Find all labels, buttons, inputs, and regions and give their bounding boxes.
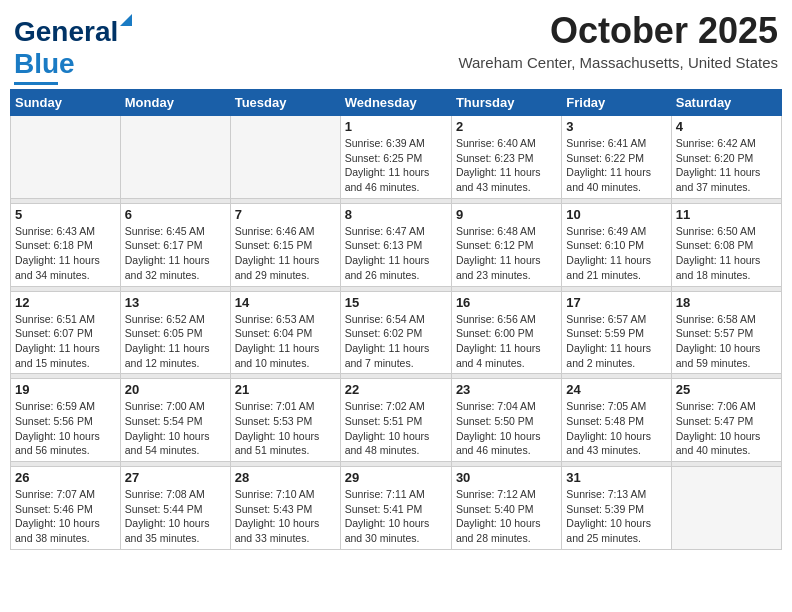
day-info: Sunrise: 6:48 AMSunset: 6:12 PMDaylight:… xyxy=(456,224,557,283)
day-info: Sunrise: 6:57 AMSunset: 5:59 PMDaylight:… xyxy=(566,312,666,371)
page-header: General Blue October 2025 Wareham Center… xyxy=(10,10,782,85)
table-row: 23Sunrise: 7:04 AMSunset: 5:50 PMDayligh… xyxy=(451,379,561,462)
table-row: 3Sunrise: 6:41 AMSunset: 6:22 PMDaylight… xyxy=(562,116,671,199)
calendar-week-row: 1Sunrise: 6:39 AMSunset: 6:25 PMDaylight… xyxy=(11,116,782,199)
table-row: 17Sunrise: 6:57 AMSunset: 5:59 PMDayligh… xyxy=(562,291,671,374)
calendar-table: Sunday Monday Tuesday Wednesday Thursday… xyxy=(10,89,782,550)
day-number: 26 xyxy=(15,470,116,485)
day-number: 29 xyxy=(345,470,447,485)
title-section: October 2025 Wareham Center, Massachuset… xyxy=(458,10,778,71)
calendar-week-row: 26Sunrise: 7:07 AMSunset: 5:46 PMDayligh… xyxy=(11,467,782,550)
table-row: 27Sunrise: 7:08 AMSunset: 5:44 PMDayligh… xyxy=(120,467,230,550)
day-info: Sunrise: 7:05 AMSunset: 5:48 PMDaylight:… xyxy=(566,399,666,458)
table-row xyxy=(11,116,121,199)
table-row: 6Sunrise: 6:45 AMSunset: 6:17 PMDaylight… xyxy=(120,203,230,286)
table-row: 7Sunrise: 6:46 AMSunset: 6:15 PMDaylight… xyxy=(230,203,340,286)
day-info: Sunrise: 6:51 AMSunset: 6:07 PMDaylight:… xyxy=(15,312,116,371)
day-info: Sunrise: 6:50 AMSunset: 6:08 PMDaylight:… xyxy=(676,224,777,283)
day-info: Sunrise: 6:49 AMSunset: 6:10 PMDaylight:… xyxy=(566,224,666,283)
day-info: Sunrise: 7:00 AMSunset: 5:54 PMDaylight:… xyxy=(125,399,226,458)
day-number: 31 xyxy=(566,470,666,485)
table-row: 22Sunrise: 7:02 AMSunset: 5:51 PMDayligh… xyxy=(340,379,451,462)
day-number: 22 xyxy=(345,382,447,397)
logo-general-text: General xyxy=(14,16,118,47)
calendar-week-row: 12Sunrise: 6:51 AMSunset: 6:07 PMDayligh… xyxy=(11,291,782,374)
day-info: Sunrise: 7:06 AMSunset: 5:47 PMDaylight:… xyxy=(676,399,777,458)
table-row: 25Sunrise: 7:06 AMSunset: 5:47 PMDayligh… xyxy=(671,379,781,462)
col-monday: Monday xyxy=(120,90,230,116)
col-thursday: Thursday xyxy=(451,90,561,116)
col-friday: Friday xyxy=(562,90,671,116)
day-number: 6 xyxy=(125,207,226,222)
table-row: 29Sunrise: 7:11 AMSunset: 5:41 PMDayligh… xyxy=(340,467,451,550)
table-row: 4Sunrise: 6:42 AMSunset: 6:20 PMDaylight… xyxy=(671,116,781,199)
table-row xyxy=(230,116,340,199)
day-info: Sunrise: 7:12 AMSunset: 5:40 PMDaylight:… xyxy=(456,487,557,546)
day-number: 20 xyxy=(125,382,226,397)
table-row: 28Sunrise: 7:10 AMSunset: 5:43 PMDayligh… xyxy=(230,467,340,550)
day-info: Sunrise: 6:43 AMSunset: 6:18 PMDaylight:… xyxy=(15,224,116,283)
table-row: 14Sunrise: 6:53 AMSunset: 6:04 PMDayligh… xyxy=(230,291,340,374)
table-row: 16Sunrise: 6:56 AMSunset: 6:00 PMDayligh… xyxy=(451,291,561,374)
col-wednesday: Wednesday xyxy=(340,90,451,116)
table-row: 12Sunrise: 6:51 AMSunset: 6:07 PMDayligh… xyxy=(11,291,121,374)
day-info: Sunrise: 6:40 AMSunset: 6:23 PMDaylight:… xyxy=(456,136,557,195)
calendar-header-row: Sunday Monday Tuesday Wednesday Thursday… xyxy=(11,90,782,116)
day-number: 14 xyxy=(235,295,336,310)
calendar-week-row: 19Sunrise: 6:59 AMSunset: 5:56 PMDayligh… xyxy=(11,379,782,462)
col-saturday: Saturday xyxy=(671,90,781,116)
day-info: Sunrise: 6:42 AMSunset: 6:20 PMDaylight:… xyxy=(676,136,777,195)
day-number: 28 xyxy=(235,470,336,485)
table-row: 18Sunrise: 6:58 AMSunset: 5:57 PMDayligh… xyxy=(671,291,781,374)
table-row xyxy=(671,467,781,550)
table-row: 1Sunrise: 6:39 AMSunset: 6:25 PMDaylight… xyxy=(340,116,451,199)
day-number: 12 xyxy=(15,295,116,310)
logo-underline xyxy=(14,82,58,85)
day-info: Sunrise: 6:45 AMSunset: 6:17 PMDaylight:… xyxy=(125,224,226,283)
day-info: Sunrise: 6:59 AMSunset: 5:56 PMDaylight:… xyxy=(15,399,116,458)
day-info: Sunrise: 6:54 AMSunset: 6:02 PMDaylight:… xyxy=(345,312,447,371)
table-row: 13Sunrise: 6:52 AMSunset: 6:05 PMDayligh… xyxy=(120,291,230,374)
day-number: 4 xyxy=(676,119,777,134)
col-tuesday: Tuesday xyxy=(230,90,340,116)
day-info: Sunrise: 6:58 AMSunset: 5:57 PMDaylight:… xyxy=(676,312,777,371)
day-number: 15 xyxy=(345,295,447,310)
day-number: 13 xyxy=(125,295,226,310)
day-info: Sunrise: 6:39 AMSunset: 6:25 PMDaylight:… xyxy=(345,136,447,195)
table-row: 30Sunrise: 7:12 AMSunset: 5:40 PMDayligh… xyxy=(451,467,561,550)
table-row: 5Sunrise: 6:43 AMSunset: 6:18 PMDaylight… xyxy=(11,203,121,286)
day-number: 23 xyxy=(456,382,557,397)
table-row xyxy=(120,116,230,199)
day-number: 1 xyxy=(345,119,447,134)
day-number: 8 xyxy=(345,207,447,222)
table-row: 10Sunrise: 6:49 AMSunset: 6:10 PMDayligh… xyxy=(562,203,671,286)
day-number: 5 xyxy=(15,207,116,222)
day-number: 18 xyxy=(676,295,777,310)
day-number: 3 xyxy=(566,119,666,134)
day-info: Sunrise: 7:07 AMSunset: 5:46 PMDaylight:… xyxy=(15,487,116,546)
day-info: Sunrise: 7:08 AMSunset: 5:44 PMDaylight:… xyxy=(125,487,226,546)
day-number: 30 xyxy=(456,470,557,485)
day-number: 10 xyxy=(566,207,666,222)
day-number: 2 xyxy=(456,119,557,134)
day-number: 24 xyxy=(566,382,666,397)
day-number: 17 xyxy=(566,295,666,310)
day-info: Sunrise: 7:10 AMSunset: 5:43 PMDaylight:… xyxy=(235,487,336,546)
day-info: Sunrise: 7:11 AMSunset: 5:41 PMDaylight:… xyxy=(345,487,447,546)
table-row: 31Sunrise: 7:13 AMSunset: 5:39 PMDayligh… xyxy=(562,467,671,550)
day-number: 11 xyxy=(676,207,777,222)
table-row: 2Sunrise: 6:40 AMSunset: 6:23 PMDaylight… xyxy=(451,116,561,199)
day-info: Sunrise: 7:04 AMSunset: 5:50 PMDaylight:… xyxy=(456,399,557,458)
day-number: 27 xyxy=(125,470,226,485)
day-info: Sunrise: 7:13 AMSunset: 5:39 PMDaylight:… xyxy=(566,487,666,546)
calendar-week-row: 5Sunrise: 6:43 AMSunset: 6:18 PMDaylight… xyxy=(11,203,782,286)
day-info: Sunrise: 6:41 AMSunset: 6:22 PMDaylight:… xyxy=(566,136,666,195)
day-info: Sunrise: 6:53 AMSunset: 6:04 PMDaylight:… xyxy=(235,312,336,371)
logo: General Blue xyxy=(14,16,118,85)
day-info: Sunrise: 6:46 AMSunset: 6:15 PMDaylight:… xyxy=(235,224,336,283)
table-row: 20Sunrise: 7:00 AMSunset: 5:54 PMDayligh… xyxy=(120,379,230,462)
table-row: 11Sunrise: 6:50 AMSunset: 6:08 PMDayligh… xyxy=(671,203,781,286)
day-number: 21 xyxy=(235,382,336,397)
logo-triangle-icon xyxy=(120,14,132,26)
day-info: Sunrise: 6:56 AMSunset: 6:00 PMDaylight:… xyxy=(456,312,557,371)
